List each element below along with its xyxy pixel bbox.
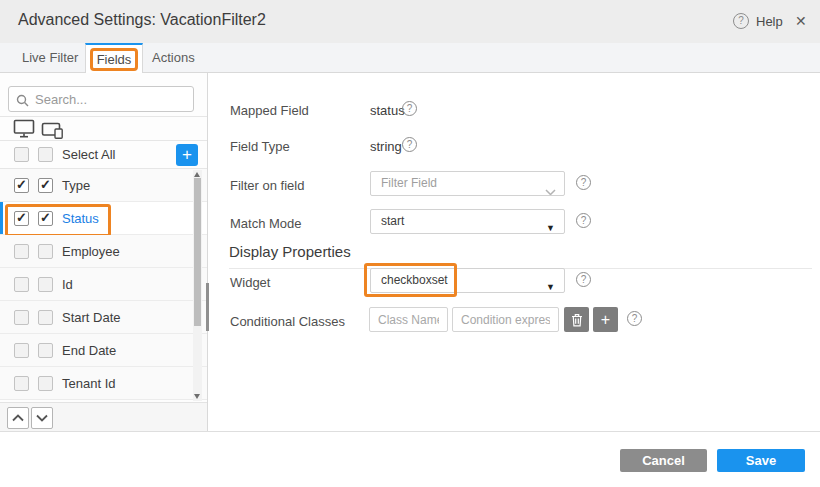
display-properties-heading: Display Properties (229, 243, 812, 269)
panel-divider (207, 73, 208, 431)
widget-value: checkboxset (381, 273, 448, 287)
delete-condition-button[interactable] (564, 307, 589, 332)
add-condition-button[interactable]: + (593, 307, 618, 332)
widget-select[interactable]: checkboxset ▼ (370, 268, 565, 293)
cancel-button[interactable]: Cancel (620, 449, 707, 472)
scroll-down-icon[interactable] (194, 394, 200, 399)
footer-divider (0, 431, 820, 432)
search-input[interactable] (8, 86, 194, 112)
filter-on-field-select[interactable]: Filter Field (370, 171, 565, 196)
checkbox-desktop[interactable] (14, 178, 29, 193)
field-row-employee[interactable]: Employee (0, 235, 207, 268)
save-button[interactable]: Save (717, 449, 805, 472)
checkbox-desktop[interactable] (14, 310, 29, 325)
reorder-toolbar (0, 402, 207, 431)
help-icon[interactable]: ? (733, 13, 749, 29)
mapped-field-value: status (370, 103, 405, 118)
select-all-row[interactable]: Select All + (0, 141, 207, 169)
scrollbar-thumb[interactable] (194, 178, 201, 326)
sidebar-scrollbar[interactable] (193, 170, 202, 401)
checkbox-mobile[interactable] (38, 244, 53, 259)
field-label: Type (62, 178, 90, 193)
checkbox-desktop[interactable] (14, 277, 29, 292)
select-all-label: Select All (62, 147, 115, 162)
help-icon[interactable]: ? (576, 272, 591, 287)
close-icon[interactable]: ✕ (795, 13, 807, 29)
checkbox-desktop[interactable] (14, 376, 29, 391)
dropdown-arrow-icon: ▼ (546, 217, 555, 234)
checkbox-desktop[interactable] (14, 244, 29, 259)
divider (0, 116, 207, 117)
dialog-title: Advanced Settings: VacationFilter2 (18, 11, 266, 29)
checkbox-mobile[interactable] (38, 376, 53, 391)
filter-on-field-placeholder: Filter Field (381, 176, 437, 190)
field-label: Employee (62, 244, 120, 259)
checkbox-mobile[interactable] (38, 310, 53, 325)
chevron-down-icon (545, 181, 556, 196)
field-label: End Date (62, 343, 116, 358)
dropdown-arrow-icon: ▼ (546, 276, 555, 293)
move-up-button[interactable] (7, 407, 29, 429)
field-label: Id (62, 277, 73, 292)
help-link[interactable]: Help (756, 14, 783, 29)
mapped-field-label: Mapped Field (230, 103, 309, 118)
conditional-classes-label: Conditional Classes (230, 314, 345, 329)
field-label: Start Date (62, 310, 121, 325)
advanced-settings-dialog: Advanced Settings: VacationFilter2 ? Hel… (0, 0, 820, 487)
select-all-desktop-checkbox[interactable] (14, 147, 29, 162)
class-name-input[interactable] (369, 307, 448, 332)
tab-live-filter[interactable]: Live Filter (22, 43, 78, 72)
filter-on-field-label: Filter on field (230, 178, 304, 193)
help-icon[interactable]: ? (627, 311, 642, 326)
checkbox-desktop[interactable] (14, 343, 29, 358)
annotation-highlight-fields-tab: Fields (90, 48, 139, 71)
match-mode-value: start (381, 214, 404, 228)
annotation-highlight-status-row (5, 204, 111, 237)
help-icon[interactable]: ? (576, 175, 591, 190)
tab-actions[interactable]: Actions (152, 43, 195, 72)
selected-row-indicator (0, 202, 3, 234)
field-row-status[interactable]: Status (0, 202, 207, 235)
tab-fields[interactable]: Fields (85, 43, 143, 73)
field-type-label: Field Type (230, 139, 290, 154)
match-mode-select[interactable]: start ▼ (370, 209, 565, 234)
help-icon[interactable]: ? (402, 137, 417, 152)
field-row-tenant-id[interactable]: Tenant Id (0, 367, 207, 400)
field-label: Tenant Id (62, 376, 116, 391)
panel-resize-handle[interactable] (206, 283, 209, 331)
field-row-id[interactable]: Id (0, 268, 207, 301)
widget-label: Widget (230, 275, 270, 290)
checkbox-mobile[interactable] (38, 343, 53, 358)
match-mode-label: Match Mode (230, 216, 302, 231)
field-row-end-date[interactable]: End Date (0, 334, 207, 367)
select-all-mobile-checkbox[interactable] (38, 147, 53, 162)
desktop-view-icon[interactable] (13, 119, 35, 142)
trash-icon (571, 313, 583, 327)
condition-expression-input[interactable] (452, 307, 559, 332)
add-field-button[interactable]: + (176, 144, 198, 166)
field-row-type[interactable]: Type (0, 169, 207, 202)
search-icon (16, 93, 29, 111)
field-type-value: string (370, 139, 402, 154)
help-icon[interactable]: ? (402, 101, 417, 116)
checkbox-mobile[interactable] (38, 277, 53, 292)
field-row-start-date[interactable]: Start Date (0, 301, 207, 334)
help-icon[interactable]: ? (576, 213, 591, 228)
move-down-button[interactable] (31, 407, 53, 429)
checkbox-mobile[interactable] (38, 178, 53, 193)
plus-icon: + (601, 312, 610, 328)
scroll-up-icon[interactable] (194, 172, 200, 177)
